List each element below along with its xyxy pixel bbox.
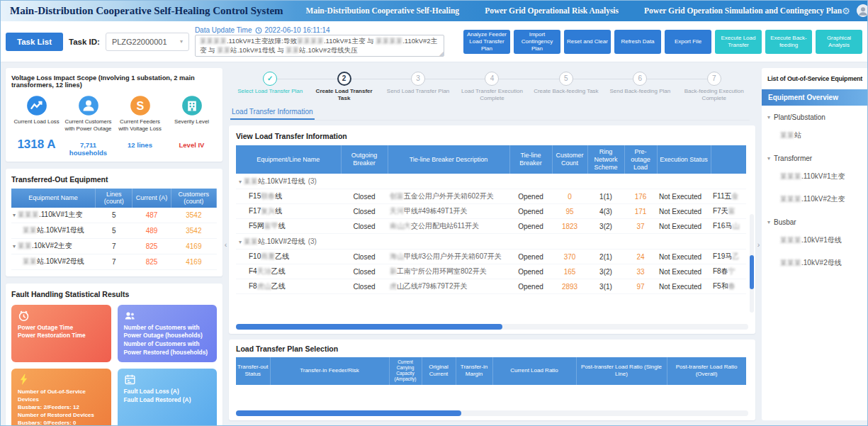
horizontal-scrollbar[interactable] (236, 410, 748, 416)
table-row[interactable]: 某某站.10kV#1母线54893542 (11, 223, 217, 238)
top-nav-item[interactable]: Main-Distribution Cooperative Self-Heali… (306, 6, 460, 15)
export-file-button[interactable]: Export File (665, 30, 711, 54)
equipment-overview-header[interactable]: Equipment Overview (762, 89, 868, 106)
text-segment: 山 (732, 222, 739, 230)
avatar[interactable] (857, 4, 868, 17)
horizontal-scrollbar[interactable] (236, 324, 748, 330)
text-segment: 某某 (217, 46, 230, 54)
stats-title: Fault Handling Statistical Results (11, 290, 217, 298)
reset-and-clear-button[interactable]: Reset and Clear (564, 30, 611, 54)
top-nav-item[interactable]: Power Grid Operational Risk Analysis (485, 6, 619, 15)
data-update-caption: Data Update Time (195, 26, 252, 34)
expand-caret-icon[interactable]: ▾ (767, 155, 770, 162)
table-row[interactable]: F17复兴线Closed天河甲线#49栋49T1开关Opened954(3)17… (236, 204, 746, 219)
table-row[interactable]: F4天治乙线Closed新工南宁所公用环网室802开关Opened1653(2)… (236, 264, 746, 279)
column-header: Tie-line Breaker (509, 145, 552, 174)
group-row[interactable]: ▾某某站.10kV#1母线(3) (236, 174, 746, 189)
load-loss-icon (26, 95, 47, 116)
execute-load-transfer-button[interactable]: Execute Load Transfer (715, 30, 762, 54)
text-segment: 甲线#3公用户外开关箱607开关 (404, 252, 502, 260)
vertical-scrollbar[interactable] (750, 214, 754, 313)
task-id-select[interactable]: PLZG22000001 ▾ (106, 33, 189, 51)
tree-node-label: Transformer (774, 155, 812, 162)
tree-leaf[interactable]: 某某某.110kV#2主变 (762, 188, 868, 211)
tree-node[interactable]: ▾Transformer (762, 147, 868, 165)
transferred-out-card: Transferred-Out Equipment Equipment Name… (6, 169, 222, 276)
graphical-analysis-button[interactable]: Graphical Analysis (816, 30, 862, 54)
pre-outage-load: 176 (624, 189, 657, 204)
step-2[interactable]: 2Create Load Transfer Task (307, 72, 381, 102)
scrollbar-thumb[interactable] (236, 410, 461, 416)
tie-line-breaker-description: 南山大交公用配电站611开关 (388, 219, 509, 234)
column-header: Post-transfer Load Ratio (Overall) (667, 357, 746, 385)
stat-line: Number of Restored Devices (18, 411, 105, 419)
table-row[interactable]: ▾某某某.110kV#1主变54873542 (11, 208, 217, 223)
column-header (711, 145, 746, 174)
analyze-feeder-load-transfer-plan-button[interactable]: Analyze Feeder Load Transfer Plan (463, 30, 510, 54)
settings-gear-icon[interactable]: ⚙ (842, 6, 850, 16)
table-row[interactable]: ▾某某.10kV#2主变78254169 (11, 238, 217, 254)
refresh-data-button[interactable]: Refresh Data (614, 30, 661, 54)
outgoing-breaker: Closed (341, 189, 388, 204)
expand-caret-icon[interactable]: ▾ (767, 114, 770, 120)
text-segment: F5网 (249, 222, 264, 230)
scrollbar-thumb[interactable] (236, 324, 502, 330)
column-header: Lines (count) (96, 189, 133, 208)
stat-line: Power Restoration Time (18, 332, 105, 340)
expand-caret-icon[interactable]: ▾ (239, 239, 242, 245)
expand-caret-icon[interactable]: ▾ (13, 243, 16, 250)
tree-leaf[interactable]: 某某某.10kV#1母线 (762, 229, 868, 252)
customer-count: 165 (552, 264, 587, 279)
text-segment: 某某某某 (297, 37, 324, 45)
task-list-button[interactable]: Task List (6, 33, 63, 51)
table-row[interactable]: F8虎山乙线Closed虎山乙线#79栋79T2开关Opened28933(1)… (236, 279, 746, 294)
step-circle: 7 (707, 72, 721, 86)
text-segment: F10 (249, 252, 261, 260)
tree-leaf[interactable]: 某某某.10kV#2母线 (762, 252, 868, 274)
top-nav-item[interactable]: Power Grid Operation Simulation and Cont… (644, 6, 842, 15)
text-segment: 富甲 (264, 222, 278, 230)
table-row[interactable]: F5网富甲线Closed南山大交公用配电站611开关Opened18233(2)… (236, 219, 746, 234)
expand-caret-icon[interactable]: ▾ (239, 179, 242, 185)
transferred-title: Transferred-Out Equipment (11, 175, 217, 184)
text-segment: 春 (728, 282, 735, 290)
step-1[interactable]: ✓Select Load Transfer Plan (233, 72, 307, 102)
expand-caret-icon[interactable]: ▾ (13, 212, 16, 218)
collapse-left-handle[interactable]: ‹ (222, 68, 229, 420)
execute-back-feeding-button[interactable]: Execute Back-feeding (765, 30, 812, 54)
table-row[interactable]: F10雨夏乙线Closed海山甲线#3公用户外开关箱607开关Opened370… (236, 250, 746, 264)
table-row[interactable]: 某某站.10kV#2母线78254169 (11, 254, 217, 269)
tie-line-breaker: Opened (509, 189, 552, 204)
text-segment: 站.10kV#2母线 (258, 237, 305, 245)
scrollbar-thumb[interactable] (750, 255, 754, 289)
step-7: 7Back-feeding Execution Complete (677, 72, 751, 102)
transfer-in-feeder: F7天富 (711, 204, 746, 219)
column-header: Ring Network Scheme (587, 145, 624, 174)
table-row[interactable]: F15联春线Closed创富五金公用户外开关箱602开关Opened01(1)1… (236, 189, 746, 204)
stat-line: Power Outage Time (18, 324, 105, 332)
collapse-right-handle[interactable]: › (755, 68, 762, 420)
task-id-label: Task ID: (69, 38, 100, 46)
stat-card: Power Outage TimePower Restoration Time (11, 305, 111, 362)
tree-node[interactable]: ▾Plant/Substation (762, 106, 868, 124)
tie-line-breaker: Opened (509, 219, 552, 234)
step-circle: 6 (633, 72, 647, 86)
group-row[interactable]: ▾某某站.10kV#2母线(3) (236, 234, 746, 250)
severity-level-metric: Severity LevelLevel IV (167, 95, 217, 157)
lines-count: 7 (96, 238, 133, 254)
text-segment: 天河 (390, 207, 404, 215)
text-segment: F15 (249, 192, 261, 200)
tree-leaf[interactable]: 某某站 (762, 124, 868, 147)
content: Voltage Loss Impact Scope (Involving 1 s… (0, 62, 868, 420)
tree-node[interactable]: ▾Busbar (762, 211, 868, 229)
load-transfer-table: Equipment/Line NameOutgoing BreakerTie-l… (236, 145, 747, 294)
import-contingency-plan-button[interactable]: Import Contingency Plan (514, 30, 560, 54)
tree-leaf[interactable]: 某某某.110kV#1主变 (762, 165, 868, 188)
tab-load-transfer-information[interactable]: Load Transfer Information (230, 106, 315, 120)
transfer-in-feeder: F16马山 (711, 219, 746, 234)
fault-description-textarea[interactable]: 某某某某.110kV#1主变故障:导致某某某某.110kV#1主变 与 某某某某… (195, 35, 444, 57)
expand-caret-icon[interactable]: ▾ (767, 219, 770, 225)
execution-status: Not Executed (657, 189, 711, 204)
tie-line-breaker-description: 海山甲线#3公用户外开关箱607开关 (388, 250, 509, 264)
text-segment: .110kV#1主变 与 (324, 37, 376, 45)
